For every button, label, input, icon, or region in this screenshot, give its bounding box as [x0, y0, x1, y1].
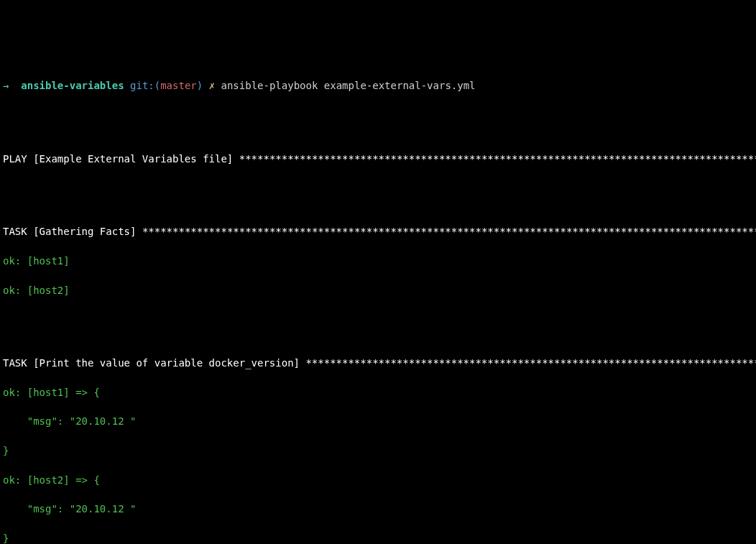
task-result-close: } [3, 531, 753, 544]
spacer [3, 312, 753, 326]
task-result-close: } [3, 443, 753, 458]
prompt-line: → ansible-variables git:(master) ✗ ansib… [3, 78, 753, 93]
prompt-dir: ansible-variables [21, 80, 124, 91]
task-ok-host1: ok: [host1] [3, 254, 753, 268]
star-fill: ****************************************… [305, 357, 756, 369]
task-result-open: ok: [host2] => { [3, 473, 753, 487]
play-header: PLAY [Example External Variables file] *… [3, 152, 753, 166]
git-prefix: git:( [130, 80, 160, 91]
prompt-arrow: → [3, 80, 9, 91]
task-header-gathering: TASK [Gathering Facts] *****************… [3, 224, 753, 239]
git-suffix: ) [197, 80, 203, 91]
terminal-output: → ansible-variables git:(master) ✗ ansib… [3, 64, 753, 544]
spacer [3, 181, 753, 195]
play-label: PLAY [Example External Variables file] [3, 153, 239, 165]
task-label: TASK [Gathering Facts] [3, 226, 142, 237]
task-msg: "msg": "20.10.12 " [3, 502, 753, 516]
command: ansible-playbook example-external-vars.y… [221, 80, 476, 91]
spacer [3, 108, 753, 122]
task-ok-host2: ok: [host2] [3, 283, 753, 298]
git-branch: master [160, 80, 197, 91]
dirty-mark: ✗ [209, 80, 215, 91]
star-fill: ****************************************… [239, 153, 756, 165]
task-msg: "msg": "20.10.12 " [3, 414, 753, 428]
task-label: TASK [Print the value of variable docker… [3, 357, 305, 369]
task-result-open: ok: [host1] => { [3, 385, 753, 400]
star-fill: ****************************************… [142, 226, 756, 237]
task-header-docker: TASK [Print the value of variable docker… [3, 356, 753, 370]
